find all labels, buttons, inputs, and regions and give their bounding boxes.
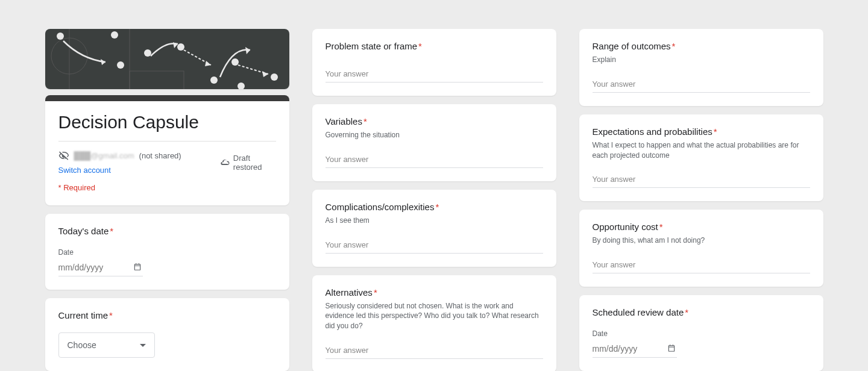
required-star: * [110,226,113,236]
question-review-date: Scheduled review date* Date [579,295,823,371]
question-title: Complications/complexities* [326,202,543,212]
switch-account-link[interactable]: Switch account [58,166,111,175]
form-header-image [45,29,289,89]
question-problem-state: Problem state or frame* [312,29,556,96]
question-complications: Complications/complexities* As I see the… [312,190,556,267]
calendar-icon [133,263,142,271]
not-shared-label: (not shared) [139,151,181,160]
date-sublabel: Date [593,329,810,338]
question-range-outcomes-2: Range of outcomes* Explain [579,29,823,106]
date-sublabel: Date [58,248,276,257]
question-title: Today's date* [58,226,276,236]
variables-input[interactable] [326,151,543,168]
expectations-input[interactable] [593,171,810,188]
required-star: * [659,222,663,232]
question-title: Opportunity cost* [593,222,810,232]
draft-status: Draft restored [220,154,276,172]
range2-input[interactable] [593,76,810,93]
svg-point-9 [177,43,184,51]
complications-input[interactable] [326,237,543,254]
question-title: Problem state or frame* [326,41,543,51]
visibility-off-icon [58,150,69,161]
svg-point-8 [144,49,151,57]
account-row: ███@gmail.com (not shared) Switch accoun… [58,141,276,175]
form-title: Decision Capsule [58,112,276,132]
svg-point-11 [231,58,239,66]
problem-state-input[interactable] [326,66,543,83]
required-star: * [418,41,422,51]
cloud-icon [220,157,230,168]
chevron-down-icon [140,344,146,347]
question-title: Variables* [326,116,543,126]
svg-rect-0 [45,29,289,89]
question-subtext: What I expect to happen and what the act… [593,140,810,161]
question-title: Expectations and probabilities* [593,126,810,137]
required-star: * [685,307,688,317]
required-star: * [363,116,367,126]
question-subtext: As I see them [326,216,543,226]
question-opportunity-cost: Opportunity cost* By doing this, what am… [579,210,823,287]
required-star: * [374,287,377,298]
required-star: * [672,41,676,51]
question-variables: Variables* Governing the situation [312,104,556,181]
question-todays-date: Today's date* Date [45,214,289,290]
required-star: * [714,126,717,137]
todays-date-input[interactable] [58,259,143,276]
svg-point-7 [117,61,124,69]
form-columns: Decision Capsule ███@gmail.com (not shar… [0,29,868,371]
svg-point-13 [271,73,278,81]
required-star: * [109,310,113,320]
question-title: Range of outcomes* [593,41,810,51]
question-alternatives: Alternatives* Seriously considered but n… [312,275,556,371]
question-subtext: By doing this, what am I not doing? [593,235,810,246]
account-email: ███@gmail.com [74,151,134,160]
question-subtext: Explain [593,55,810,65]
draft-restored-label: Draft restored [233,154,276,172]
question-subtext: Governing the situation [326,130,543,140]
question-expectations: Expectations and probabilities* What I e… [579,114,823,202]
alternatives-input[interactable] [326,342,543,359]
question-title: Alternatives* [326,287,543,298]
column-3: Range of outcomes* Explain Expectations … [579,29,823,371]
tactics-graphic-icon [45,29,289,89]
question-title: Current time* [58,310,276,320]
svg-point-6 [111,31,118,39]
opportunity-input[interactable] [593,257,810,273]
svg-point-5 [57,33,64,40]
svg-point-10 [210,76,218,84]
form-header-card: Decision Capsule ███@gmail.com (not shar… [45,98,289,205]
current-time-dropdown[interactable]: Choose [58,332,155,358]
dropdown-value: Choose [68,340,96,350]
column-2: Problem state or frame* Variables* Gover… [312,29,556,371]
question-title: Scheduled review date* [593,307,810,317]
calendar-icon [667,344,676,352]
review-date-input[interactable] [593,340,677,358]
required-star: * [435,202,439,212]
question-subtext: Seriously considered but not chosen. Wha… [326,301,543,331]
required-note: * Required [58,183,276,192]
column-1: Decision Capsule ███@gmail.com (not shar… [45,29,289,371]
question-current-time: Current time* Choose [45,298,289,371]
account-info: ███@gmail.com (not shared) Switch accoun… [58,150,220,175]
